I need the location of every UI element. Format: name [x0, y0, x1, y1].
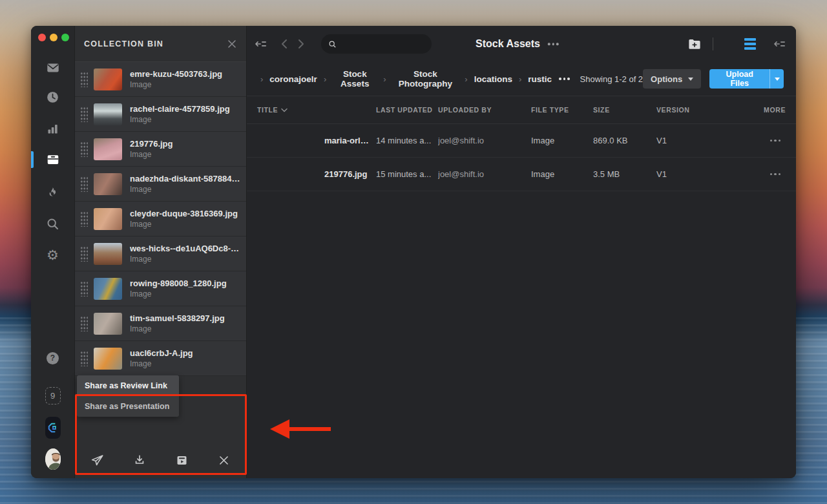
- column-title[interactable]: TITLE: [257, 106, 324, 114]
- list-view-icon[interactable]: [744, 38, 756, 50]
- breadcrumb-item[interactable]: coronajoelr: [266, 74, 320, 84]
- collection-bin-item[interactable]: rachel-claire-4577859.jpg Image: [75, 97, 246, 132]
- grid-view-icon[interactable]: [728, 39, 738, 49]
- drag-handle-icon[interactable]: [80, 176, 88, 192]
- asset-filename: uacl6crbJ-A.jpg: [130, 348, 193, 358]
- user-avatar[interactable]: [45, 451, 61, 467]
- share-menu-item[interactable]: Share as Presentation: [77, 396, 179, 417]
- drag-handle-icon[interactable]: [80, 246, 88, 262]
- collection-bin-item[interactable]: emre-kuzu-4503763.jpg Image: [75, 62, 246, 97]
- asset-thumbnail: [94, 278, 122, 300]
- showing-count: Showing 1-2 of 2: [580, 74, 644, 84]
- collection-bin-item[interactable]: 219776.jpg Image: [75, 132, 246, 167]
- breadcrumb-item[interactable]: Stock Assets: [330, 69, 380, 89]
- collection-bin-list: emre-kuzu-4503763.jpg Image rachel-clair…: [75, 62, 246, 376]
- notification-badge[interactable]: 9: [45, 388, 61, 403]
- row-more-icon[interactable]: [770, 140, 781, 142]
- column-last-updated[interactable]: LAST UPDATED: [376, 106, 438, 114]
- cell-title: maria-orlova...: [324, 136, 376, 145]
- collection-bin-toolbar: [75, 447, 246, 473]
- app-logo[interactable]: [45, 420, 61, 436]
- column-uploaded-by[interactable]: UPLOADED BY: [438, 106, 531, 114]
- asset-type-label: Image: [130, 255, 243, 264]
- asset-thumbnail: [94, 173, 122, 195]
- breadcrumb-separator: ›: [461, 74, 470, 84]
- clock-icon[interactable]: [45, 89, 61, 105]
- drag-handle-icon[interactable]: [80, 316, 88, 331]
- collection-bin-close-icon[interactable]: [227, 39, 237, 49]
- cell-uploaded-by: joel@shift.io: [438, 169, 531, 179]
- asset-thumbnail: [94, 68, 122, 90]
- asset-type-label: Image: [130, 324, 225, 333]
- asset-filename: tim-samuel-5838297.jpg: [130, 313, 225, 323]
- breadcrumb-more-icon[interactable]: [559, 78, 570, 80]
- drag-handle-icon[interactable]: [80, 211, 88, 227]
- search-input[interactable]: [341, 39, 424, 49]
- upload-split-button: Upload Files: [709, 69, 784, 89]
- drag-handle-icon[interactable]: [80, 142, 88, 157]
- window-zoom-button[interactable]: [61, 34, 69, 41]
- table-row[interactable]: maria-orlova... 14 minutes a... joel@shi…: [247, 124, 796, 158]
- active-nav-indicator: [31, 151, 34, 168]
- send-icon[interactable]: [88, 451, 106, 469]
- drag-handle-icon[interactable]: [80, 281, 88, 297]
- chevron-down-icon: [688, 78, 693, 81]
- page-title: Stock Assets: [476, 38, 540, 50]
- breadcrumb-item[interactable]: locations: [471, 74, 516, 84]
- collection-bin-icon[interactable]: [45, 152, 61, 167]
- collapse-right-panel-icon[interactable]: [773, 38, 787, 50]
- collection-bin-item[interactable]: cleyder-duque-3816369.jpg Image: [75, 202, 246, 236]
- drag-handle-icon[interactable]: [80, 351, 88, 366]
- presentation-box-icon[interactable]: [173, 451, 191, 469]
- asset-thumbnail: [94, 313, 122, 335]
- page-more-icon[interactable]: [548, 43, 559, 45]
- collection-bin-item[interactable]: wes-hicks--de1uAQ6Dc8-uns... Image: [75, 236, 246, 271]
- search-icon[interactable]: [45, 216, 61, 231]
- upload-options-caret[interactable]: [769, 69, 784, 89]
- window-close-button[interactable]: [38, 34, 46, 41]
- collapse-left-panel-icon[interactable]: [254, 38, 268, 50]
- cell-version: V1: [656, 169, 752, 179]
- table-row[interactable]: 219776.jpg 15 minutes a... joel@shift.io…: [247, 158, 796, 191]
- asset-filename: rachel-claire-4577859.jpg: [130, 104, 230, 114]
- collection-bin-item[interactable]: uacl6crbJ-A.jpg Image: [75, 341, 246, 376]
- cell-last-updated: 14 minutes a...: [376, 136, 438, 145]
- mail-icon[interactable]: [45, 60, 61, 76]
- collection-bin-header: COLLECTION BIN: [75, 26, 246, 62]
- asset-filename: rowing-898008_1280.jpg: [130, 278, 227, 288]
- drag-handle-icon[interactable]: [80, 72, 88, 87]
- toolbar-divider: [713, 37, 713, 50]
- breadcrumb-item[interactable]: Stock Photography: [390, 69, 462, 89]
- options-button[interactable]: Options: [643, 69, 701, 89]
- collection-bin-item[interactable]: rowing-898008_1280.jpg Image: [75, 271, 246, 306]
- breadcrumb-separator: ›: [516, 74, 525, 84]
- help-icon[interactable]: ?: [45, 350, 61, 366]
- column-file-type[interactable]: FILE TYPE: [531, 106, 593, 114]
- asset-thumbnail: [94, 243, 122, 265]
- search-icon: [328, 39, 337, 49]
- gear-icon[interactable]: ⚙: [45, 247, 61, 263]
- add-folder-icon[interactable]: [687, 37, 702, 50]
- bar-chart-icon[interactable]: [45, 121, 61, 136]
- nav-forward-icon[interactable]: [297, 39, 305, 49]
- drag-handle-icon[interactable]: [80, 107, 88, 122]
- nav-back-icon[interactable]: [280, 39, 288, 49]
- upload-files-button[interactable]: Upload Files: [709, 69, 769, 89]
- asset-thumbnail: [94, 348, 122, 370]
- download-icon[interactable]: [131, 451, 149, 469]
- column-version[interactable]: VERSION: [656, 106, 752, 114]
- close-icon[interactable]: [215, 451, 233, 469]
- column-size[interactable]: SIZE: [593, 106, 656, 114]
- cell-file-type: Image: [531, 136, 593, 145]
- main-topbar: Stock Assets: [247, 26, 796, 62]
- breadcrumb-item[interactable]: rustic: [525, 74, 555, 84]
- share-menu-item[interactable]: Share as Review Link: [77, 375, 179, 396]
- collection-bin-item[interactable]: nadezhda-diskant-5878842.j... Image: [75, 167, 246, 202]
- window-minimize-button[interactable]: [50, 34, 58, 41]
- flame-icon[interactable]: [45, 184, 61, 200]
- row-more-icon[interactable]: [770, 173, 781, 176]
- search-bar[interactable]: [321, 34, 432, 54]
- asset-thumbnail: [94, 138, 122, 160]
- breadcrumb-separator: ›: [320, 74, 330, 84]
- collection-bin-item[interactable]: tim-samuel-5838297.jpg Image: [75, 306, 246, 341]
